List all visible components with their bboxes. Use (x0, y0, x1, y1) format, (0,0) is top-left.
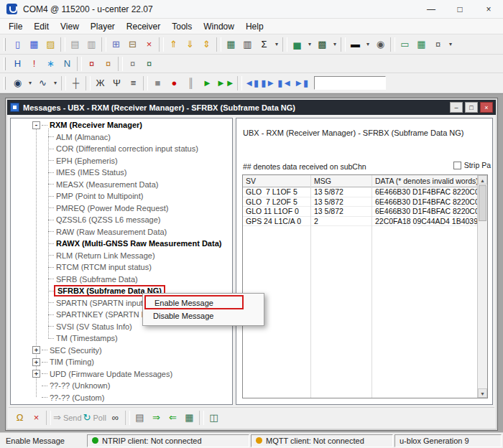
messages-window-titlebar[interactable]: Messages - UBX - RXM (Receiver Manager) … (7, 100, 496, 115)
context-menu-item[interactable]: Disable Message (144, 309, 262, 324)
statistics-icon[interactable]: Σ (256, 37, 272, 52)
paste-icon[interactable]: ⊟ (124, 37, 141, 52)
chart-view-icon[interactable]: ▅ (289, 37, 305, 52)
step-forward-icon[interactable]: ▮► (260, 75, 277, 91)
playback-position-field[interactable] (314, 76, 386, 90)
tree-expander-icon[interactable]: + (32, 358, 40, 366)
copy-icon[interactable]: ⊞ (108, 37, 124, 52)
debug-icon[interactable]: Ж (92, 75, 109, 91)
waveform-icon[interactable]: ∿ (34, 75, 51, 91)
maximize-button[interactable]: □ (446, 0, 474, 18)
table-cell-msg[interactable]: 13 5/872 (311, 207, 372, 217)
view-visibility-icon[interactable]: ◉ (9, 75, 26, 91)
filter-icon[interactable]: ≡ (125, 75, 142, 91)
fast-forward-icon[interactable]: ►► (216, 75, 236, 91)
tree-item[interactable]: IMES (IMES Status) (11, 167, 232, 179)
tree-item[interactable]: RLM (Return Link Message) (11, 250, 232, 262)
map-view-dropdown-icon[interactable]: ▾ (331, 37, 339, 52)
close-button[interactable]: × (474, 0, 503, 18)
tree-expander-icon[interactable]: + (32, 370, 40, 378)
skip-end-icon[interactable]: ►▮ (293, 75, 310, 91)
table-cell-data[interactable]: 6E466B30 D1F4BFAC 8220C00 (372, 187, 477, 197)
context-menu-item[interactable]: Enable Message (144, 295, 244, 309)
tree-item[interactable]: RTCM (RTCM input status) (11, 261, 232, 274)
grid-view-icon[interactable]: ▦ (413, 37, 430, 52)
log-page-icon[interactable]: ▤ (131, 410, 148, 426)
receiver-config-icon[interactable]: ¤ (83, 56, 100, 72)
import-message-icon[interactable]: ⇐ (165, 410, 181, 426)
statistics-dropdown-icon[interactable]: ▾ (272, 37, 281, 52)
menu-edit[interactable]: Edit (28, 20, 55, 33)
table-cell-data[interactable]: 6E466B30 D1F4BFAC 8220C00 (372, 197, 477, 207)
table-cell-msg[interactable]: 2 (311, 217, 372, 227)
grid-icon[interactable]: ▦ (181, 410, 198, 426)
warmstart-icon[interactable]: ! (26, 56, 42, 72)
minimize-button[interactable]: — (417, 0, 446, 18)
strip-parity-checkbox[interactable]: Strip Pa (453, 161, 491, 169)
tree-item[interactable]: QZSSL6 (QZSS L6 message) (11, 214, 232, 226)
column-header-sv[interactable]: SV (243, 175, 310, 187)
tree-item[interactable]: PMP (Point to Multipoint) (11, 190, 232, 202)
message-in-icon[interactable]: ⇑ (165, 37, 182, 52)
console-view-icon[interactable]: ▬ (347, 37, 364, 52)
export-message-icon[interactable]: ⇒ (148, 410, 165, 426)
tree-item[interactable]: EPH (Ephemeris) (11, 155, 232, 167)
menu-help[interactable]: Help (240, 20, 269, 33)
tree-item[interactable]: RAWX (Multi-GNSS Raw Measurement Data) (11, 238, 232, 250)
table-cell-sv[interactable]: GLO 11 L1OF 0 (243, 207, 310, 217)
chart-view-dropdown-icon[interactable]: ▾ (305, 37, 314, 52)
save-icon[interactable]: ▦ (26, 37, 42, 52)
stop-icon[interactable]: ■ (149, 75, 166, 91)
settings-icon[interactable]: ¤ (430, 37, 446, 52)
tree-item[interactable]: + TIM (Timing) (11, 356, 232, 368)
ntrip-status[interactable]: NTRIP client: Not connected (87, 434, 249, 447)
poll-button[interactable]: ↻Poll (83, 410, 107, 426)
tree-item[interactable]: - RXM (Receiver Manager) (11, 119, 232, 131)
delete-icon[interactable]: × (141, 37, 157, 52)
crosshair-tool-icon[interactable]: ┼ (68, 75, 84, 91)
toolbar-grip[interactable] (4, 38, 6, 51)
tree-item[interactable]: + SEC (Security) (11, 345, 232, 357)
gnss-config-icon[interactable]: ¤ (124, 56, 141, 72)
menu-tools[interactable]: Tools (166, 20, 198, 33)
message-inout-icon[interactable]: ⇕ (198, 37, 215, 52)
tree-item[interactable]: + UPD (Firmware Update Messages) (11, 368, 232, 381)
toolbar-grip[interactable] (4, 77, 6, 90)
find-icon[interactable]: ∞ (107, 410, 124, 426)
tree-item[interactable]: ALM (Almanac) (11, 131, 232, 144)
message-out-icon[interactable]: ⇓ (182, 37, 198, 52)
open-folder-icon[interactable]: ▨ (42, 37, 59, 52)
print-icon[interactable]: ▤ (67, 37, 83, 52)
tree-item[interactable]: PMREQ (Power Mode Request) (11, 202, 232, 215)
tree-expander-icon[interactable]: + (32, 346, 40, 354)
scroll-thumb[interactable] (479, 185, 486, 221)
monitor-view-icon[interactable]: ▭ (397, 37, 413, 52)
new-file-icon[interactable]: ▯ (9, 37, 26, 52)
map-view-icon[interactable]: ▩ (314, 37, 331, 52)
table-scrollbar[interactable]: ▲ ▼ (477, 175, 487, 398)
skip-start-icon[interactable]: ▮◄ (277, 75, 293, 91)
tree-item[interactable]: SFRB (Subframe Data) (11, 274, 232, 286)
menu-receiver[interactable]: Receiver (121, 20, 166, 33)
table-cell-sv[interactable]: GLO 7 L2OF 5 (243, 197, 310, 207)
play-icon[interactable]: ► (199, 75, 216, 91)
table-cell-msg[interactable]: 13 5/872 (311, 187, 372, 197)
table-cell-data[interactable]: 6E466B30 D1F4BFAC 8220C00 (372, 207, 477, 217)
tree-expander-icon[interactable]: - (32, 121, 40, 129)
toolbar-grip[interactable] (4, 57, 6, 70)
menu-player[interactable]: Player (85, 20, 121, 33)
print-preview-icon[interactable]: ▥ (83, 37, 100, 52)
send-button[interactable]: ⇒Send (52, 410, 83, 426)
coldstart-icon[interactable]: ∗ (42, 56, 59, 72)
tree-item[interactable]: ??-?? (Custom) (11, 392, 232, 404)
scroll-up-icon[interactable]: ▲ (478, 175, 487, 185)
menu-view[interactable]: View (55, 20, 85, 33)
menu-file[interactable]: File (3, 20, 28, 33)
step-back-icon[interactable]: ◄▮ (244, 75, 260, 91)
table-cell-sv[interactable]: GLO 7 L1OF 5 (243, 187, 310, 197)
clear-icon[interactable]: × (28, 410, 45, 426)
scroll-down-icon[interactable]: ▼ (478, 388, 487, 398)
view-visibility-dropdown-icon[interactable]: ▾ (26, 75, 34, 91)
unlock-icon[interactable]: Ω (11, 410, 28, 426)
tree-item[interactable]: MEASX (Measurement Data) (11, 179, 232, 191)
